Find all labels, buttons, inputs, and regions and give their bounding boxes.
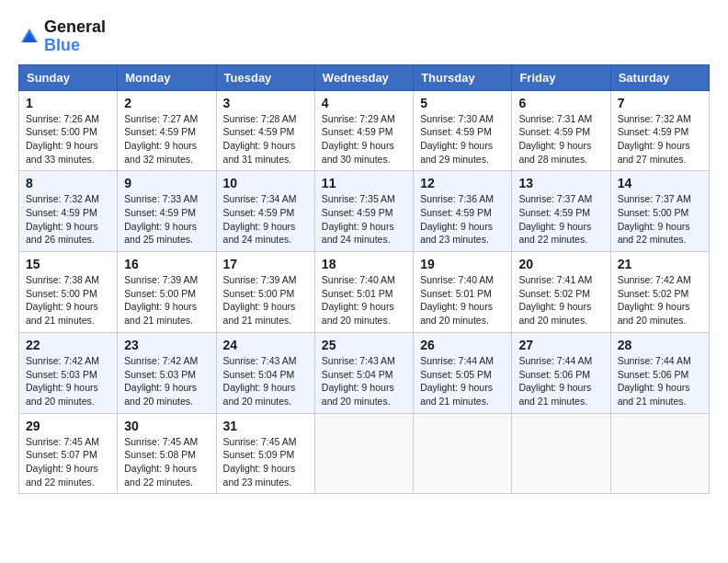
day-detail: Sunrise: 7:39 AMSunset: 5:00 PMDaylight:… bbox=[223, 274, 297, 326]
day-number: 10 bbox=[223, 176, 308, 190]
day-detail: Sunrise: 7:41 AMSunset: 5:02 PMDaylight:… bbox=[518, 274, 592, 326]
day-detail: Sunrise: 7:31 AMSunset: 4:59 PMDaylight:… bbox=[518, 113, 592, 165]
calendar-week-row: 22 Sunrise: 7:42 AMSunset: 5:03 PMDaylig… bbox=[19, 332, 710, 413]
day-detail: Sunrise: 7:39 AMSunset: 5:00 PMDaylight:… bbox=[124, 274, 198, 326]
day-number: 16 bbox=[124, 257, 209, 271]
calendar-cell: 11 Sunrise: 7:35 AMSunset: 4:59 PMDaylig… bbox=[314, 171, 413, 252]
calendar-cell: 27 Sunrise: 7:44 AMSunset: 5:06 PMDaylig… bbox=[512, 332, 610, 413]
calendar-week-row: 8 Sunrise: 7:32 AMSunset: 4:59 PMDayligh… bbox=[19, 171, 710, 252]
calendar-cell: 12 Sunrise: 7:36 AMSunset: 4:59 PMDaylig… bbox=[414, 171, 512, 252]
day-number: 6 bbox=[518, 96, 603, 110]
calendar-cell bbox=[512, 413, 610, 494]
logo-icon bbox=[18, 26, 40, 48]
calendar-cell: 5 Sunrise: 7:30 AMSunset: 4:59 PMDayligh… bbox=[414, 90, 512, 171]
day-number: 24 bbox=[223, 338, 308, 352]
day-header-tuesday: Tuesday bbox=[216, 64, 314, 90]
calendar-cell: 28 Sunrise: 7:44 AMSunset: 5:06 PMDaylig… bbox=[610, 332, 709, 413]
day-number: 1 bbox=[26, 96, 110, 110]
calendar-cell: 8 Sunrise: 7:32 AMSunset: 4:59 PMDayligh… bbox=[19, 171, 118, 252]
calendar-cell: 17 Sunrise: 7:39 AMSunset: 5:00 PMDaylig… bbox=[216, 252, 314, 333]
day-detail: Sunrise: 7:45 AMSunset: 5:08 PMDaylight:… bbox=[124, 436, 198, 488]
day-detail: Sunrise: 7:34 AMSunset: 4:59 PMDaylight:… bbox=[223, 193, 297, 245]
day-detail: Sunrise: 7:32 AMSunset: 4:59 PMDaylight:… bbox=[618, 113, 691, 165]
day-number: 29 bbox=[26, 419, 110, 433]
day-detail: Sunrise: 7:40 AMSunset: 5:01 PMDaylight:… bbox=[322, 274, 395, 326]
calendar-body: 1 Sunrise: 7:26 AMSunset: 5:00 PMDayligh… bbox=[19, 90, 710, 494]
day-detail: Sunrise: 7:29 AMSunset: 4:59 PMDaylight:… bbox=[322, 113, 395, 165]
day-detail: Sunrise: 7:43 AMSunset: 5:04 PMDaylight:… bbox=[223, 355, 297, 407]
calendar-cell bbox=[414, 413, 512, 494]
calendar-cell: 3 Sunrise: 7:28 AMSunset: 4:59 PMDayligh… bbox=[216, 90, 314, 171]
day-detail: Sunrise: 7:44 AMSunset: 5:06 PMDaylight:… bbox=[618, 355, 691, 407]
calendar-cell: 9 Sunrise: 7:33 AMSunset: 4:59 PMDayligh… bbox=[118, 171, 216, 252]
day-number: 27 bbox=[518, 338, 603, 352]
day-detail: Sunrise: 7:35 AMSunset: 4:59 PMDaylight:… bbox=[322, 193, 395, 245]
calendar-cell: 20 Sunrise: 7:41 AMSunset: 5:02 PMDaylig… bbox=[512, 252, 610, 333]
day-number: 20 bbox=[518, 257, 603, 271]
calendar-cell: 21 Sunrise: 7:42 AMSunset: 5:02 PMDaylig… bbox=[610, 252, 709, 333]
day-detail: Sunrise: 7:40 AMSunset: 5:01 PMDaylight:… bbox=[420, 274, 494, 326]
day-header-thursday: Thursday bbox=[414, 64, 512, 90]
day-number: 26 bbox=[420, 338, 505, 352]
page-header: General Blue bbox=[18, 18, 710, 55]
day-number: 19 bbox=[420, 257, 505, 271]
calendar-week-row: 15 Sunrise: 7:38 AMSunset: 5:00 PMDaylig… bbox=[19, 252, 710, 333]
day-number: 9 bbox=[124, 176, 209, 190]
day-detail: Sunrise: 7:42 AMSunset: 5:03 PMDaylight:… bbox=[124, 355, 198, 407]
calendar-cell: 23 Sunrise: 7:42 AMSunset: 5:03 PMDaylig… bbox=[118, 332, 216, 413]
calendar-cell: 19 Sunrise: 7:40 AMSunset: 5:01 PMDaylig… bbox=[414, 252, 512, 333]
day-number: 5 bbox=[420, 96, 505, 110]
day-detail: Sunrise: 7:44 AMSunset: 5:05 PMDaylight:… bbox=[420, 355, 494, 407]
day-detail: Sunrise: 7:37 AMSunset: 4:59 PMDaylight:… bbox=[518, 193, 592, 245]
day-header-saturday: Saturday bbox=[610, 64, 709, 90]
day-number: 18 bbox=[322, 257, 406, 271]
logo: General Blue bbox=[18, 18, 106, 55]
day-detail: Sunrise: 7:30 AMSunset: 4:59 PMDaylight:… bbox=[420, 113, 494, 165]
day-detail: Sunrise: 7:28 AMSunset: 4:59 PMDaylight:… bbox=[223, 113, 297, 165]
day-detail: Sunrise: 7:26 AMSunset: 5:00 PMDaylight:… bbox=[26, 113, 99, 165]
day-number: 28 bbox=[618, 338, 702, 352]
day-number: 22 bbox=[26, 338, 110, 352]
day-detail: Sunrise: 7:38 AMSunset: 5:00 PMDaylight:… bbox=[26, 274, 99, 326]
calendar-cell: 18 Sunrise: 7:40 AMSunset: 5:01 PMDaylig… bbox=[314, 252, 413, 333]
day-number: 25 bbox=[322, 338, 406, 352]
day-detail: Sunrise: 7:45 AMSunset: 5:09 PMDaylight:… bbox=[223, 436, 297, 488]
day-header-friday: Friday bbox=[512, 64, 610, 90]
day-header-wednesday: Wednesday bbox=[314, 64, 413, 90]
calendar-cell: 13 Sunrise: 7:37 AMSunset: 4:59 PMDaylig… bbox=[512, 171, 610, 252]
day-number: 30 bbox=[124, 419, 209, 433]
calendar-cell: 6 Sunrise: 7:31 AMSunset: 4:59 PMDayligh… bbox=[512, 90, 610, 171]
calendar-cell: 1 Sunrise: 7:26 AMSunset: 5:00 PMDayligh… bbox=[19, 90, 118, 171]
calendar-cell: 22 Sunrise: 7:42 AMSunset: 5:03 PMDaylig… bbox=[19, 332, 118, 413]
calendar-cell: 16 Sunrise: 7:39 AMSunset: 5:00 PMDaylig… bbox=[118, 252, 216, 333]
logo-name: General Blue bbox=[44, 18, 106, 55]
calendar-cell: 31 Sunrise: 7:45 AMSunset: 5:09 PMDaylig… bbox=[216, 413, 314, 494]
calendar-cell: 14 Sunrise: 7:37 AMSunset: 5:00 PMDaylig… bbox=[610, 171, 709, 252]
day-detail: Sunrise: 7:27 AMSunset: 4:59 PMDaylight:… bbox=[124, 113, 198, 165]
calendar-cell: 25 Sunrise: 7:43 AMSunset: 5:04 PMDaylig… bbox=[314, 332, 413, 413]
day-number: 14 bbox=[618, 176, 702, 190]
calendar-cell: 10 Sunrise: 7:34 AMSunset: 4:59 PMDaylig… bbox=[216, 171, 314, 252]
day-detail: Sunrise: 7:44 AMSunset: 5:06 PMDaylight:… bbox=[518, 355, 592, 407]
day-detail: Sunrise: 7:42 AMSunset: 5:02 PMDaylight:… bbox=[618, 274, 691, 326]
calendar-cell bbox=[610, 413, 709, 494]
day-detail: Sunrise: 7:42 AMSunset: 5:03 PMDaylight:… bbox=[26, 355, 99, 407]
calendar-cell: 7 Sunrise: 7:32 AMSunset: 4:59 PMDayligh… bbox=[610, 90, 709, 171]
calendar-week-row: 29 Sunrise: 7:45 AMSunset: 5:07 PMDaylig… bbox=[19, 413, 710, 494]
calendar-cell: 24 Sunrise: 7:43 AMSunset: 5:04 PMDaylig… bbox=[216, 332, 314, 413]
day-number: 13 bbox=[518, 176, 603, 190]
day-number: 11 bbox=[322, 176, 406, 190]
calendar-cell: 2 Sunrise: 7:27 AMSunset: 4:59 PMDayligh… bbox=[118, 90, 216, 171]
calendar-table: SundayMondayTuesdayWednesdayThursdayFrid… bbox=[18, 64, 710, 495]
day-number: 31 bbox=[223, 419, 308, 433]
day-number: 4 bbox=[322, 96, 406, 110]
day-header-monday: Monday bbox=[118, 64, 216, 90]
calendar-cell: 15 Sunrise: 7:38 AMSunset: 5:00 PMDaylig… bbox=[19, 252, 118, 333]
day-number: 7 bbox=[618, 96, 702, 110]
calendar-cell: 29 Sunrise: 7:45 AMSunset: 5:07 PMDaylig… bbox=[19, 413, 118, 494]
calendar-cell: 26 Sunrise: 7:44 AMSunset: 5:05 PMDaylig… bbox=[414, 332, 512, 413]
day-number: 3 bbox=[223, 96, 308, 110]
day-number: 15 bbox=[26, 257, 110, 271]
day-number: 2 bbox=[124, 96, 209, 110]
calendar-cell: 4 Sunrise: 7:29 AMSunset: 4:59 PMDayligh… bbox=[314, 90, 413, 171]
